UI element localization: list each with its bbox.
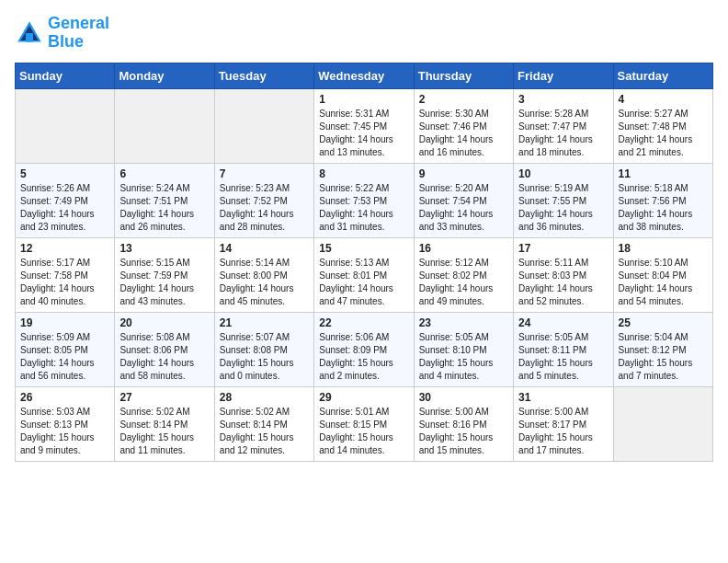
- day-info: Sunrise: 5:02 AM Sunset: 8:14 PM Dayligh…: [119, 406, 209, 457]
- day-info: Sunrise: 5:23 AM Sunset: 7:52 PM Dayligh…: [220, 182, 309, 234]
- day-number: 25: [619, 316, 708, 329]
- calendar-cell: 12Sunrise: 5:17 AM Sunset: 7:58 PM Dayli…: [16, 237, 115, 312]
- page-header: General Blue: [15, 15, 713, 52]
- calendar-table: SundayMondayTuesdayWednesdayThursdayFrid…: [15, 63, 713, 462]
- day-number: 21: [220, 316, 309, 329]
- day-info: Sunrise: 5:01 AM Sunset: 8:15 PM Dayligh…: [319, 406, 408, 457]
- calendar-cell: 14Sunrise: 5:14 AM Sunset: 8:00 PM Dayli…: [214, 237, 313, 312]
- calendar-cell: 10Sunrise: 5:19 AM Sunset: 7:55 PM Dayli…: [514, 163, 613, 237]
- calendar-cell: [16, 88, 115, 163]
- day-number: 14: [220, 242, 309, 255]
- day-info: Sunrise: 5:05 AM Sunset: 8:11 PM Dayligh…: [518, 331, 608, 383]
- calendar-cell: 15Sunrise: 5:13 AM Sunset: 8:01 PM Dayli…: [314, 237, 414, 312]
- weekday-header-sunday: Sunday: [16, 63, 115, 88]
- week-row-1: 1Sunrise: 5:31 AM Sunset: 7:45 PM Daylig…: [16, 88, 713, 163]
- calendar-cell: 3Sunrise: 5:28 AM Sunset: 7:47 PM Daylig…: [514, 88, 613, 163]
- calendar-cell: 19Sunrise: 5:09 AM Sunset: 8:05 PM Dayli…: [16, 312, 115, 386]
- day-number: 9: [419, 167, 508, 180]
- calendar-cell: 21Sunrise: 5:07 AM Sunset: 8:08 PM Dayli…: [214, 312, 313, 386]
- calendar-cell: 13Sunrise: 5:15 AM Sunset: 7:59 PM Dayli…: [115, 237, 214, 312]
- calendar-cell: 22Sunrise: 5:06 AM Sunset: 8:09 PM Dayli…: [314, 312, 414, 386]
- weekday-header-thursday: Thursday: [414, 63, 513, 88]
- week-row-3: 12Sunrise: 5:17 AM Sunset: 7:58 PM Dayli…: [16, 237, 713, 312]
- day-info: Sunrise: 5:12 AM Sunset: 8:02 PM Dayligh…: [419, 257, 508, 308]
- calendar-cell: 27Sunrise: 5:02 AM Sunset: 8:14 PM Dayli…: [115, 386, 214, 461]
- day-info: Sunrise: 5:31 AM Sunset: 7:45 PM Dayligh…: [319, 108, 408, 159]
- day-number: 17: [518, 242, 608, 255]
- day-info: Sunrise: 5:05 AM Sunset: 8:10 PM Dayligh…: [419, 331, 508, 383]
- day-info: Sunrise: 5:19 AM Sunset: 7:55 PM Dayligh…: [518, 182, 608, 234]
- day-info: Sunrise: 5:09 AM Sunset: 8:05 PM Dayligh…: [20, 331, 109, 383]
- day-info: Sunrise: 5:15 AM Sunset: 7:59 PM Dayligh…: [119, 257, 209, 308]
- svg-rect-2: [26, 33, 33, 42]
- calendar-cell: 20Sunrise: 5:08 AM Sunset: 8:06 PM Dayli…: [115, 312, 214, 386]
- day-number: 8: [319, 167, 408, 180]
- day-number: 31: [518, 391, 608, 404]
- day-number: 19: [20, 316, 109, 329]
- day-number: 3: [518, 93, 608, 106]
- weekday-header-saturday: Saturday: [613, 63, 712, 88]
- day-number: 1: [319, 93, 408, 106]
- weekday-header-friday: Friday: [514, 63, 613, 88]
- day-info: Sunrise: 5:26 AM Sunset: 7:49 PM Dayligh…: [20, 182, 109, 234]
- day-number: 23: [419, 316, 508, 329]
- calendar-cell: 8Sunrise: 5:22 AM Sunset: 7:53 PM Daylig…: [314, 163, 414, 237]
- weekday-header-monday: Monday: [115, 63, 214, 88]
- day-number: 27: [119, 391, 209, 404]
- calendar-cell: 25Sunrise: 5:04 AM Sunset: 8:12 PM Dayli…: [613, 312, 712, 386]
- day-info: Sunrise: 5:10 AM Sunset: 8:04 PM Dayligh…: [619, 257, 708, 308]
- day-number: 24: [518, 316, 608, 329]
- day-number: 18: [619, 242, 708, 255]
- day-info: Sunrise: 5:27 AM Sunset: 7:48 PM Dayligh…: [619, 108, 708, 159]
- calendar-cell: 29Sunrise: 5:01 AM Sunset: 8:15 PM Dayli…: [314, 386, 414, 461]
- day-info: Sunrise: 5:22 AM Sunset: 7:53 PM Dayligh…: [319, 182, 408, 234]
- calendar-cell: 28Sunrise: 5:02 AM Sunset: 8:14 PM Dayli…: [214, 386, 313, 461]
- week-row-2: 5Sunrise: 5:26 AM Sunset: 7:49 PM Daylig…: [16, 163, 713, 237]
- logo-text: General Blue: [48, 15, 109, 52]
- day-number: 10: [518, 167, 608, 180]
- day-number: 16: [419, 242, 508, 255]
- weekday-header-row: SundayMondayTuesdayWednesdayThursdayFrid…: [16, 63, 713, 88]
- day-info: Sunrise: 5:08 AM Sunset: 8:06 PM Dayligh…: [119, 331, 209, 383]
- day-number: 11: [619, 167, 708, 180]
- day-number: 2: [419, 93, 508, 106]
- day-info: Sunrise: 5:00 AM Sunset: 8:16 PM Dayligh…: [419, 406, 508, 457]
- calendar-cell: 23Sunrise: 5:05 AM Sunset: 8:10 PM Dayli…: [414, 312, 513, 386]
- day-info: Sunrise: 5:07 AM Sunset: 8:08 PM Dayligh…: [220, 331, 309, 383]
- logo-icon: [15, 18, 44, 48]
- calendar-cell: 1Sunrise: 5:31 AM Sunset: 7:45 PM Daylig…: [314, 88, 414, 163]
- calendar-cell: 4Sunrise: 5:27 AM Sunset: 7:48 PM Daylig…: [613, 88, 712, 163]
- calendar-cell: 17Sunrise: 5:11 AM Sunset: 8:03 PM Dayli…: [514, 237, 613, 312]
- calendar-cell: 11Sunrise: 5:18 AM Sunset: 7:56 PM Dayli…: [613, 163, 712, 237]
- day-number: 15: [319, 242, 408, 255]
- day-number: 29: [319, 391, 408, 404]
- day-number: 4: [619, 93, 708, 106]
- week-row-5: 26Sunrise: 5:03 AM Sunset: 8:13 PM Dayli…: [16, 386, 713, 461]
- day-info: Sunrise: 5:04 AM Sunset: 8:12 PM Dayligh…: [619, 331, 708, 383]
- calendar-cell: 6Sunrise: 5:24 AM Sunset: 7:51 PM Daylig…: [115, 163, 214, 237]
- day-info: Sunrise: 5:03 AM Sunset: 8:13 PM Dayligh…: [20, 406, 109, 457]
- day-number: 13: [119, 242, 209, 255]
- calendar-cell: 26Sunrise: 5:03 AM Sunset: 8:13 PM Dayli…: [16, 386, 115, 461]
- calendar-cell: [214, 88, 313, 163]
- day-number: 20: [119, 316, 209, 329]
- day-info: Sunrise: 5:24 AM Sunset: 7:51 PM Dayligh…: [119, 182, 209, 234]
- day-info: Sunrise: 5:06 AM Sunset: 8:09 PM Dayligh…: [319, 331, 408, 383]
- logo: General Blue: [15, 15, 109, 52]
- day-info: Sunrise: 5:02 AM Sunset: 8:14 PM Dayligh…: [220, 406, 309, 457]
- day-info: Sunrise: 5:20 AM Sunset: 7:54 PM Dayligh…: [419, 182, 508, 234]
- day-info: Sunrise: 5:17 AM Sunset: 7:58 PM Dayligh…: [20, 257, 109, 308]
- day-info: Sunrise: 5:13 AM Sunset: 8:01 PM Dayligh…: [319, 257, 408, 308]
- calendar-cell: 7Sunrise: 5:23 AM Sunset: 7:52 PM Daylig…: [214, 163, 313, 237]
- day-info: Sunrise: 5:18 AM Sunset: 7:56 PM Dayligh…: [619, 182, 708, 234]
- calendar-cell: 31Sunrise: 5:00 AM Sunset: 8:17 PM Dayli…: [514, 386, 613, 461]
- day-number: 12: [20, 242, 109, 255]
- day-number: 6: [119, 167, 209, 180]
- day-number: 30: [419, 391, 508, 404]
- day-info: Sunrise: 5:00 AM Sunset: 8:17 PM Dayligh…: [518, 406, 608, 457]
- calendar-cell: 5Sunrise: 5:26 AM Sunset: 7:49 PM Daylig…: [16, 163, 115, 237]
- weekday-header-tuesday: Tuesday: [214, 63, 313, 88]
- calendar-cell: 9Sunrise: 5:20 AM Sunset: 7:54 PM Daylig…: [414, 163, 513, 237]
- calendar-cell: 24Sunrise: 5:05 AM Sunset: 8:11 PM Dayli…: [514, 312, 613, 386]
- weekday-header-wednesday: Wednesday: [314, 63, 414, 88]
